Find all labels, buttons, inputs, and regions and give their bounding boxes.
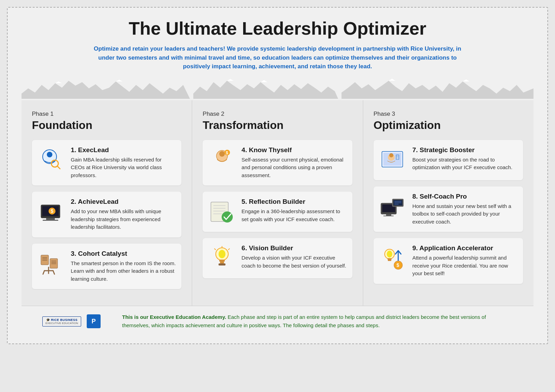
mountain-divider bbox=[22, 78, 533, 99]
step-2-desc: Add to your new MBA skills with unique l… bbox=[71, 208, 176, 231]
phase2-name: Transformation bbox=[203, 119, 352, 132]
svg-point-23 bbox=[219, 151, 225, 157]
step-8-content: 8. Self-Coach Pro Hone and sustain your … bbox=[412, 193, 518, 226]
svg-rect-47 bbox=[396, 158, 399, 159]
step-9-icon: $ bbox=[379, 244, 407, 272]
svg-rect-7 bbox=[43, 220, 58, 221]
step-1-desc: Gain MBA leadership skills reserved for … bbox=[71, 156, 176, 180]
step-3-icon bbox=[37, 250, 65, 278]
step-9-desc: Attend a powerful leadership summit and … bbox=[412, 254, 518, 278]
svg-rect-45 bbox=[396, 156, 399, 156]
lp-logo: P bbox=[87, 314, 101, 328]
svg-point-1 bbox=[47, 152, 52, 157]
page-title: The Ultimate Leadership Optimizer bbox=[22, 18, 533, 39]
svg-line-3 bbox=[57, 166, 60, 169]
step-8-card: 8. Self-Coach Pro Hone and sustain your … bbox=[374, 186, 523, 232]
step-5-card: 5. Reflection Builder Engage in a 360-le… bbox=[203, 192, 352, 232]
svg-line-21 bbox=[53, 271, 54, 274]
step-5-content: 5. Reflection Builder Engage in a 360-le… bbox=[241, 198, 347, 223]
rice-logo: 🎓 RICE BUSINESS EXECUTIVE EDUCATION bbox=[42, 316, 81, 326]
step-7-icon bbox=[379, 146, 407, 174]
step-7-desc: Boost your strategies on the road to opt… bbox=[412, 156, 518, 172]
footer-logos: 🎓 RICE BUSINESS EXECUTIVE EDUCATION P bbox=[42, 314, 112, 328]
step-3-desc: The smartest person in the room IS the r… bbox=[71, 260, 176, 283]
phase1-name: Foundation bbox=[32, 119, 181, 132]
phase2-label: Phase 2 bbox=[203, 111, 352, 117]
step-2-title: 2. AchieveLead bbox=[71, 198, 176, 206]
footer: 🎓 RICE BUSINESS EXECUTIVE EDUCATION P Th… bbox=[22, 306, 533, 337]
svg-rect-6 bbox=[46, 218, 55, 220]
phase-optimization: Phase 3 Optimization bbox=[363, 100, 533, 306]
step-3-card: 3. Cohort Catalyst The smartest person i… bbox=[32, 244, 181, 289]
step-7-content: 7. Strategic Booster Boost your strategi… bbox=[412, 146, 518, 172]
step-8-desc: Hone and sustain your new best self with… bbox=[412, 202, 518, 226]
step-4-card: $ 4. Know Thyself Self-assess your curre… bbox=[203, 140, 352, 186]
step-1-icon bbox=[37, 146, 65, 174]
step-5-desc: Engage in a 360-leadership assessment to… bbox=[241, 208, 347, 223]
phase3-name: Optimization bbox=[374, 119, 523, 132]
step-8-title: 8. Self-Coach Pro bbox=[412, 193, 518, 200]
phase-foundation: Phase 1 Foundation 1. ExecLead Gain MBA … bbox=[22, 100, 192, 306]
svg-rect-14 bbox=[50, 259, 58, 268]
step-2-icon: $ bbox=[37, 198, 65, 226]
svg-rect-60 bbox=[388, 260, 391, 261]
step-6-icon bbox=[208, 244, 236, 272]
step-6-content: 6. Vision Builder Develop a vision with … bbox=[241, 244, 347, 270]
phases-container: Phase 1 Foundation 1. ExecLead Gain MBA … bbox=[22, 100, 533, 306]
step-9-title: 9. Application Accelerator bbox=[412, 244, 518, 252]
svg-point-33 bbox=[219, 250, 225, 258]
step-4-content: 4. Know Thyself Self-assess your current… bbox=[241, 146, 347, 180]
step-4-icon: $ bbox=[208, 146, 236, 174]
svg-point-58 bbox=[387, 251, 392, 258]
step-1-title: 1. ExecLead bbox=[71, 146, 176, 154]
svg-point-31 bbox=[222, 211, 233, 223]
step-8-icon bbox=[379, 193, 407, 220]
step-7-card: 7. Strategic Booster Boost your strategi… bbox=[374, 140, 523, 180]
subtitle: Optimize and retain your leaders and tea… bbox=[87, 44, 468, 71]
step-9-card: $ 9. Application Accelerator Attend a po… bbox=[374, 238, 523, 284]
step-3-content: 3. Cohort Catalyst The smartest person i… bbox=[71, 250, 176, 283]
step-6-title: 6. Vision Builder bbox=[241, 244, 347, 252]
svg-rect-35 bbox=[220, 262, 224, 263]
step-4-title: 4. Know Thyself bbox=[241, 146, 347, 154]
step-1-card: 1. ExecLead Gain MBA leadership skills r… bbox=[32, 140, 181, 186]
svg-rect-59 bbox=[387, 258, 392, 260]
step-9-content: 9. Application Accelerator Attend a powe… bbox=[412, 244, 518, 278]
svg-rect-51 bbox=[383, 216, 394, 216]
step-4-desc: Self-assess your current physical, emoti… bbox=[241, 156, 347, 180]
svg-rect-34 bbox=[219, 260, 225, 262]
step-1-content: 1. ExecLead Gain MBA leadership skills r… bbox=[71, 146, 176, 180]
phase1-label: Phase 1 bbox=[32, 111, 181, 117]
phase3-label: Phase 3 bbox=[374, 111, 523, 117]
svg-point-43 bbox=[389, 153, 393, 157]
svg-rect-10 bbox=[41, 255, 49, 265]
main-container: The Ultimate Leadership Optimizer Optimi… bbox=[7, 7, 548, 344]
step-6-desc: Develop a vision with your ICF executive… bbox=[241, 254, 347, 270]
step-3-title: 3. Cohort Catalyst bbox=[71, 250, 176, 258]
svg-line-20 bbox=[43, 271, 44, 274]
svg-rect-50 bbox=[386, 214, 391, 216]
svg-text:$: $ bbox=[396, 262, 399, 268]
step-2-card: $ 2. AchieveLead Add to your new MBA ski… bbox=[32, 192, 181, 237]
step-7-title: 7. Strategic Booster bbox=[412, 146, 518, 154]
svg-text:$: $ bbox=[51, 208, 53, 214]
footer-text: This is our Executive Education Academy.… bbox=[122, 313, 513, 330]
svg-line-39 bbox=[228, 249, 230, 250]
step-6-card: 6. Vision Builder Develop a vision with … bbox=[203, 238, 352, 278]
svg-text:$: $ bbox=[226, 150, 228, 155]
step-5-icon bbox=[208, 198, 236, 226]
svg-line-38 bbox=[214, 249, 216, 250]
svg-rect-36 bbox=[219, 263, 225, 265]
svg-rect-46 bbox=[396, 157, 399, 158]
footer-text-bold: This is our Executive Education Academy. bbox=[122, 314, 226, 320]
step-5-title: 5. Reflection Builder bbox=[241, 198, 347, 206]
phase-transformation: Phase 2 Transformation $ 4. Know Thyself… bbox=[192, 100, 363, 306]
step-2-content: 2. AchieveLead Add to your new MBA skill… bbox=[71, 198, 176, 231]
